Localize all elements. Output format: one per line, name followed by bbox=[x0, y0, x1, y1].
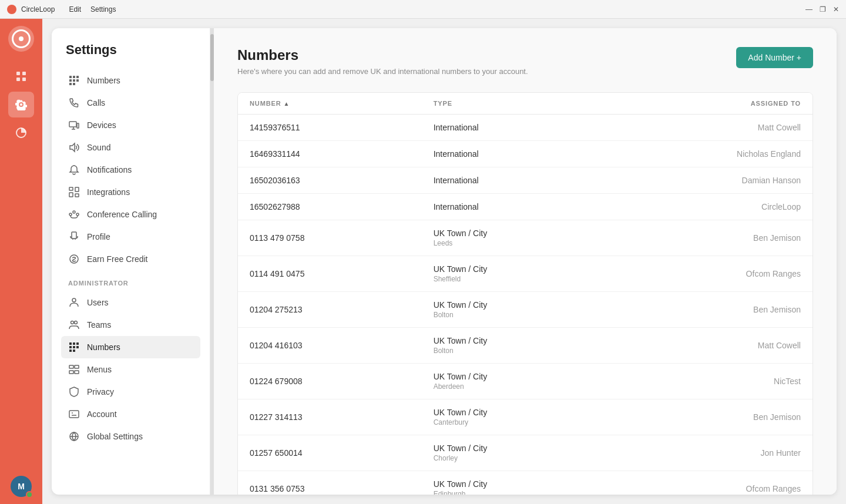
calls-icon bbox=[68, 97, 80, 109]
cell-number: 01257 650014 bbox=[250, 448, 434, 458]
sidebar-item-calls[interactable]: Calls bbox=[61, 92, 200, 114]
profile-icon bbox=[68, 231, 80, 243]
svg-rect-1 bbox=[22, 72, 26, 75]
svg-rect-37 bbox=[75, 365, 79, 368]
menu-settings[interactable]: Settings bbox=[90, 5, 116, 14]
sidebar-item-privacy[interactable]: Privacy bbox=[61, 381, 200, 403]
sidebar-item-teams[interactable]: Teams bbox=[61, 314, 200, 336]
privacy-icon bbox=[68, 386, 80, 398]
sidebar-item-users-label: Users bbox=[87, 298, 109, 307]
add-number-button[interactable]: Add Number + bbox=[736, 47, 813, 68]
table-row[interactable]: 16469331144 International Nicholas Engla… bbox=[238, 141, 813, 167]
minimize-button[interactable]: — bbox=[805, 5, 813, 14]
content-title-block: Numbers Here's where you can add and rem… bbox=[237, 47, 528, 76]
svg-rect-11 bbox=[69, 83, 72, 85]
app-container: M Settings Numbers bbox=[0, 19, 846, 504]
cell-assigned: Nicholas England bbox=[617, 149, 801, 159]
sidebar-item-global-label: Global Settings bbox=[87, 432, 143, 441]
sidebar-item-earn-free-credit[interactable]: Earn Free Credit bbox=[61, 248, 200, 270]
sidebar-item-privacy-label: Privacy bbox=[87, 387, 114, 397]
cell-assigned: Ben Jemison bbox=[617, 305, 801, 314]
table-row[interactable]: 01204 275213 UK Town / City Bolton Ben J… bbox=[238, 292, 813, 328]
close-button[interactable]: ✕ bbox=[833, 5, 839, 14]
table-row[interactable]: 0131 356 0753 UK Town / City Edinburgh O… bbox=[238, 471, 813, 495]
svg-rect-13 bbox=[69, 122, 76, 127]
page-subtitle: Here's where you can add and remove UK a… bbox=[237, 67, 528, 76]
conference-icon bbox=[68, 209, 80, 220]
cell-type: UK Town / City Leeds bbox=[434, 229, 617, 247]
maximize-button[interactable]: ❐ bbox=[820, 5, 826, 14]
sidebar-item-menus-label: Menus bbox=[87, 365, 112, 374]
svg-rect-33 bbox=[76, 346, 79, 348]
sidebar-item-numbers-label: Numbers bbox=[87, 76, 120, 85]
sidebar-item-profile[interactable]: Profile bbox=[61, 226, 200, 248]
table-row[interactable]: 01257 650014 UK Town / City Chorley Jon … bbox=[238, 435, 813, 471]
svg-point-22 bbox=[76, 213, 79, 216]
settings-nav-icon[interactable] bbox=[8, 92, 34, 117]
sidebar-item-integrations[interactable]: Integrations bbox=[61, 181, 200, 203]
cell-assigned: Matt Cowell bbox=[617, 341, 801, 350]
table-row[interactable]: 01224 679008 UK Town / City Aberdeen Nic… bbox=[238, 364, 813, 399]
svg-rect-9 bbox=[73, 79, 75, 82]
table-row[interactable]: 16502627988 International CircleLoop bbox=[238, 194, 813, 220]
table-row[interactable]: 0114 491 0475 UK Town / City Sheffield O… bbox=[238, 256, 813, 292]
teams-icon bbox=[68, 319, 80, 331]
cell-number: 16502627988 bbox=[250, 202, 434, 211]
table-row[interactable]: 14159376511 International Matt Cowell bbox=[238, 115, 813, 141]
sidebar-item-teams-label: Teams bbox=[87, 320, 111, 330]
cell-type: UK Town / City Bolton bbox=[434, 336, 617, 355]
cell-number: 01204 416103 bbox=[250, 341, 434, 350]
column-type: TYPE bbox=[434, 100, 617, 107]
sidebar-item-notifications[interactable]: Notifications bbox=[61, 159, 200, 181]
sidebar-item-sound[interactable]: Sound bbox=[61, 136, 200, 159]
cell-type: International bbox=[434, 176, 617, 185]
sidebar-item-users[interactable]: Users bbox=[61, 291, 200, 314]
table-row[interactable]: 01227 314113 UK Town / City Canterbury B… bbox=[238, 399, 813, 435]
analytics-nav-icon[interactable] bbox=[8, 120, 34, 146]
sidebar-item-account[interactable]: Account bbox=[61, 403, 200, 425]
sidebar-item-numbers[interactable]: Numbers bbox=[61, 69, 200, 92]
avatar[interactable]: M bbox=[11, 476, 32, 497]
cell-type: UK Town / City Edinburgh bbox=[434, 479, 617, 495]
cell-assigned: NicTest bbox=[617, 377, 801, 386]
cell-type: UK Town / City Sheffield bbox=[434, 264, 617, 283]
svg-rect-35 bbox=[73, 350, 75, 352]
cell-assigned: Ofcom Ranges bbox=[617, 269, 801, 278]
svg-rect-6 bbox=[73, 76, 75, 78]
cell-type: UK Town / City Bolton bbox=[434, 300, 617, 319]
cell-assigned: Damian Hanson bbox=[617, 176, 801, 185]
sound-icon bbox=[68, 142, 80, 153]
svg-rect-17 bbox=[69, 193, 73, 197]
svg-rect-16 bbox=[69, 187, 73, 190]
credit-icon bbox=[68, 253, 80, 265]
table-row[interactable]: 0113 479 0758 UK Town / City Leeds Ben J… bbox=[238, 220, 813, 256]
account-icon bbox=[68, 408, 80, 420]
svg-rect-2 bbox=[16, 78, 20, 81]
svg-point-21 bbox=[69, 213, 72, 216]
notifications-icon bbox=[68, 164, 80, 176]
menu-edit[interactable]: Edit bbox=[69, 5, 81, 14]
sidebar-item-devices[interactable]: Devices bbox=[61, 114, 200, 136]
sidebar-item-conference-calling[interactable]: Conference Calling bbox=[61, 203, 200, 226]
app-title: CircleLoop bbox=[21, 5, 55, 14]
svg-rect-38 bbox=[69, 371, 73, 374]
app-logo[interactable] bbox=[8, 26, 34, 52]
sidebar-item-global-settings[interactable]: Global Settings bbox=[61, 425, 200, 448]
sidebar-item-menus[interactable]: Menus bbox=[61, 358, 200, 381]
cell-assigned: CircleLoop bbox=[617, 202, 801, 211]
table-row[interactable]: 16502036163 International Damian Hanson bbox=[238, 167, 813, 194]
svg-rect-30 bbox=[76, 342, 79, 345]
cell-number: 14159376511 bbox=[250, 123, 434, 132]
table-row[interactable]: 01204 416103 UK Town / City Bolton Matt … bbox=[238, 328, 813, 364]
cell-number: 0113 479 0758 bbox=[250, 233, 434, 243]
svg-marker-15 bbox=[70, 143, 75, 152]
cell-number: 01227 314113 bbox=[250, 412, 434, 422]
svg-point-20 bbox=[73, 211, 75, 213]
sidebar: Settings Numbers bbox=[52, 28, 210, 495]
sidebar-item-admin-numbers[interactable]: Numbers bbox=[61, 336, 200, 358]
svg-rect-28 bbox=[69, 342, 72, 345]
cell-assigned: Ben Jemison bbox=[617, 233, 801, 243]
sort-arrow-icon[interactable]: ▲ bbox=[284, 100, 290, 107]
grid-nav-icon[interactable] bbox=[8, 63, 34, 89]
title-bar: CircleLoop Edit Settings — ❐ ✕ bbox=[0, 0, 846, 19]
